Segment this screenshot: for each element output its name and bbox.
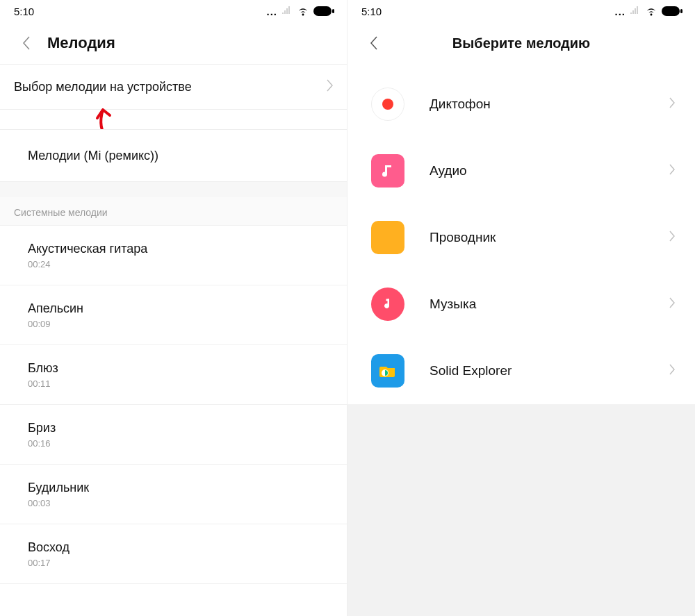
more-dots-icon: ... [266,6,277,17]
source-recorder[interactable]: Диктофон [348,71,695,138]
song-row[interactable]: Блюз 00:11 [0,345,347,405]
back-button[interactable] [367,33,381,53]
section-gap [0,182,347,197]
audio-icon [371,154,404,188]
source-picker: Диктофон Аудио Проводник [348,64,695,616]
chevron-right-icon [669,297,676,311]
chevron-right-icon [326,79,333,94]
song-row[interactable]: Будильник 00:03 [0,465,347,524]
row-device-melody[interactable]: Выбор мелодии на устройстве [0,64,347,110]
source-label: Проводник [430,230,669,245]
status-bar: 5:10 ... [0,0,347,22]
section-header: Системные мелодии [0,197,347,226]
wifi-icon [645,6,657,16]
signal-icon [281,6,293,17]
song-title: Бриз [28,421,333,435]
status-icons: ... [266,6,334,17]
song-row[interactable]: Акустическая гитара 00:24 [0,226,347,285]
chevron-right-icon [669,364,676,378]
source-label: Музыка [430,297,669,312]
chevron-right-icon [669,97,676,111]
empty-area [348,404,695,616]
song-duration: 00:24 [28,259,333,269]
source-file-explorer[interactable]: Проводник [348,204,695,271]
song-row[interactable]: Бриз 00:16 [0,405,347,465]
song-duration: 00:16 [28,438,333,449]
svg-point-4 [382,99,393,110]
song-row[interactable]: Апельсин 00:09 [0,285,347,345]
svg-rect-1 [332,9,334,13]
recorder-icon [371,88,404,121]
header: Мелодия [0,22,347,64]
chevron-right-icon [669,231,676,244]
svg-rect-0 [313,6,332,16]
status-time: 5:10 [361,6,382,17]
status-bar: 5:10 ... [348,0,695,22]
wifi-icon [297,6,309,16]
song-title: Блюз [28,361,333,376]
row-remix-label: Мелодии (Mi (ремикс)) [14,149,158,163]
back-button[interactable] [19,33,33,53]
phone-left: 5:10 ... Мелодия Выбор мелодии на устрой… [0,0,348,616]
header: Выберите мелодию [348,22,695,64]
song-row[interactable]: Восход 00:17 [0,524,347,584]
more-dots-icon: ... [614,6,626,17]
source-label: Аудио [430,163,669,178]
svg-rect-3 [680,9,682,13]
source-audio[interactable]: Аудио [348,138,695,204]
folder-icon [371,221,404,254]
phone-right: 5:10 ... Выберите мелодию [348,0,695,616]
svg-rect-2 [662,6,680,16]
music-icon [371,288,404,321]
song-duration: 00:03 [28,498,333,508]
page-title: Выберите мелодию [452,35,590,51]
song-title: Акустическая гитара [28,242,333,256]
row-mi-remix[interactable]: Мелодии (Mi (ремикс)) [0,129,347,182]
source-label: Диктофон [430,97,669,112]
row-device-label: Выбор мелодии на устройстве [14,80,326,94]
song-title: Восход [28,540,333,555]
song-duration: 00:17 [28,558,333,568]
source-music[interactable]: Музыка [348,271,695,338]
solid-explorer-icon [371,354,404,388]
song-title: Будильник [28,481,333,495]
status-icons: ... [614,6,682,17]
source-label: Solid Explorer [430,363,669,378]
chevron-right-icon [669,164,676,178]
status-time: 5:10 [14,6,34,17]
song-duration: 00:09 [28,319,333,329]
signal-icon [630,6,641,17]
source-solid-explorer[interactable]: Solid Explorer [348,338,695,404]
song-duration: 00:11 [28,378,333,389]
song-title: Апельсин [28,301,333,316]
battery-icon [313,6,334,16]
page-title: Мелодия [47,34,115,52]
battery-icon [662,6,682,16]
